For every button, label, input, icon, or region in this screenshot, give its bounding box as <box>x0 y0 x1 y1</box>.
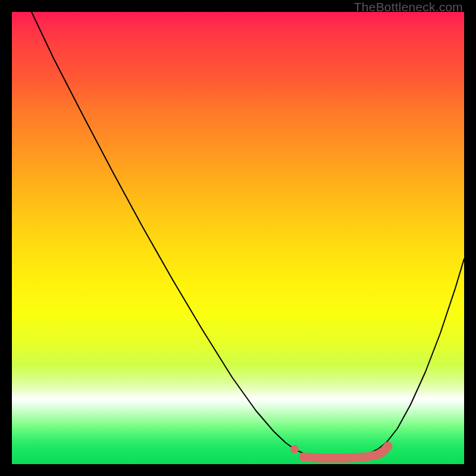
chart-svg <box>12 12 464 464</box>
watermark-text: TheBottleneck.com <box>354 0 463 14</box>
plot-area <box>12 12 464 464</box>
chart-container: TheBottleneck.com <box>0 0 476 476</box>
marker-dot <box>290 445 299 453</box>
trough-highlight <box>303 446 388 458</box>
series-bottleneck-curve <box>32 12 464 457</box>
